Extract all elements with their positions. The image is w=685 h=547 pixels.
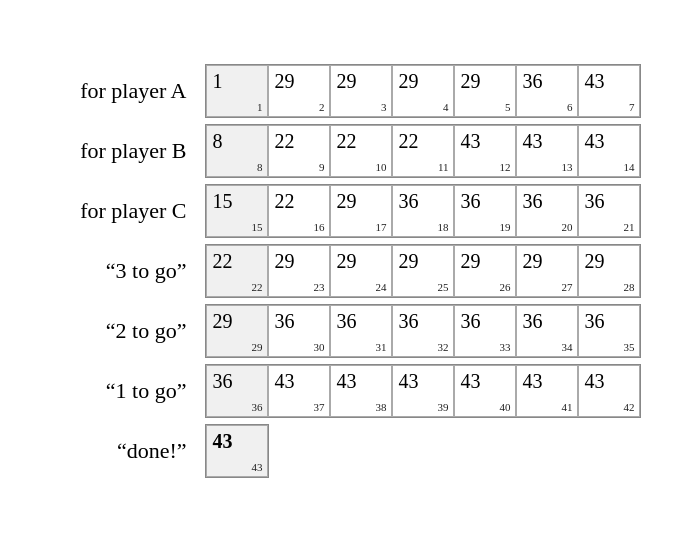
cell-index: 1 [257, 101, 263, 113]
table-cell: 4313 [516, 125, 578, 177]
cell-value: 29 [399, 249, 419, 273]
cell-index: 32 [438, 341, 449, 353]
cells-group: 11292293294295366437 [205, 64, 641, 118]
cells-group: 3636433743384339434043414342 [205, 364, 641, 418]
cell-index: 5 [505, 101, 511, 113]
table-cell: 2917 [330, 185, 392, 237]
row-label: for player B [45, 138, 205, 164]
cell-value: 43 [399, 369, 419, 393]
table-cell: 4342 [578, 365, 640, 417]
cell-value: 43 [523, 129, 543, 153]
table-cell: 3635 [578, 305, 640, 357]
table-cell: 1515 [206, 185, 268, 237]
cell-value: 36 [213, 369, 233, 393]
table-cell: 2210 [330, 125, 392, 177]
cell-value: 36 [461, 309, 481, 333]
cell-index: 26 [500, 281, 511, 293]
cell-index: 30 [314, 341, 325, 353]
cells-group: 8822922102211431243134314 [205, 124, 641, 178]
cell-index: 17 [376, 221, 387, 233]
cell-value: 36 [399, 189, 419, 213]
cell-value: 43 [461, 369, 481, 393]
table-cell: 229 [268, 125, 330, 177]
row-label: “1 to go” [45, 378, 205, 404]
table-cell: 88 [206, 125, 268, 177]
cell-value: 36 [585, 309, 605, 333]
cell-index: 33 [500, 341, 511, 353]
row-label: “3 to go” [45, 258, 205, 284]
table-cell: 4341 [516, 365, 578, 417]
cell-value: 29 [213, 309, 233, 333]
cell-value: 8 [213, 129, 223, 153]
cell-value: 29 [461, 69, 481, 93]
table-cell: 292 [268, 65, 330, 117]
table-cell: 2222 [206, 245, 268, 297]
cell-value: 43 [523, 369, 543, 393]
cell-value: 22 [337, 129, 357, 153]
cell-index: 39 [438, 401, 449, 413]
cell-index: 2 [319, 101, 325, 113]
cell-value: 36 [337, 309, 357, 333]
table-cell: 3619 [454, 185, 516, 237]
table-cell: 4340 [454, 365, 516, 417]
cell-index: 18 [438, 221, 449, 233]
table-cell: 3618 [392, 185, 454, 237]
table-cell: 2927 [516, 245, 578, 297]
cell-index: 6 [567, 101, 573, 113]
cell-value: 22 [275, 189, 295, 213]
cell-index: 43 [252, 461, 263, 473]
cell-index: 34 [562, 341, 573, 353]
cell-index: 14 [624, 161, 635, 173]
table-cell: 366 [516, 65, 578, 117]
cell-index: 21 [624, 221, 635, 233]
table-cell: 2924 [330, 245, 392, 297]
table-cell: 3632 [392, 305, 454, 357]
cell-index: 9 [319, 161, 325, 173]
table-cell: 3630 [268, 305, 330, 357]
row-label: for player A [45, 78, 205, 104]
table-row: “3 to go”2222292329242925292629272928 [45, 244, 641, 298]
cell-value: 29 [275, 69, 295, 93]
cells-group: 2222292329242925292629272928 [205, 244, 641, 298]
cell-index: 15 [252, 221, 263, 233]
table-row: “1 to go”3636433743384339434043414342 [45, 364, 641, 418]
table-cell: 437 [578, 65, 640, 117]
cell-index: 10 [376, 161, 387, 173]
table-cell: 11 [206, 65, 268, 117]
cell-value: 36 [275, 309, 295, 333]
table-row: for player C1515221629173618361936203621 [45, 184, 641, 238]
cell-value: 36 [585, 189, 605, 213]
table-cell: 3636 [206, 365, 268, 417]
table-cell: 4337 [268, 365, 330, 417]
cells-group: 1515221629173618361936203621 [205, 184, 641, 238]
cell-value: 29 [337, 249, 357, 273]
cell-value: 43 [585, 369, 605, 393]
table-cell: 2929 [206, 305, 268, 357]
cell-index: 27 [562, 281, 573, 293]
cell-index: 3 [381, 101, 387, 113]
table-cell: 2925 [392, 245, 454, 297]
table-row: for player A11292293294295366437 [45, 64, 641, 118]
table-cell: 294 [392, 65, 454, 117]
main-table: for player A11292293294295366437for play… [45, 64, 641, 484]
cell-value: 43 [337, 369, 357, 393]
table-cell: 2216 [268, 185, 330, 237]
table-cell: 3633 [454, 305, 516, 357]
cell-index: 13 [562, 161, 573, 173]
table-cell: 2923 [268, 245, 330, 297]
cell-index: 7 [629, 101, 635, 113]
cell-value: 29 [399, 69, 419, 93]
cell-value: 29 [461, 249, 481, 273]
cell-index: 25 [438, 281, 449, 293]
cell-index: 29 [252, 341, 263, 353]
table-row: “2 to go”2929363036313632363336343635 [45, 304, 641, 358]
table-cell: 3634 [516, 305, 578, 357]
cell-index: 20 [562, 221, 573, 233]
cell-index: 40 [500, 401, 511, 413]
cell-index: 36 [252, 401, 263, 413]
cell-value: 43 [461, 129, 481, 153]
cell-index: 37 [314, 401, 325, 413]
cell-index: 23 [314, 281, 325, 293]
cell-index: 11 [438, 161, 449, 173]
cell-value: 43 [275, 369, 295, 393]
